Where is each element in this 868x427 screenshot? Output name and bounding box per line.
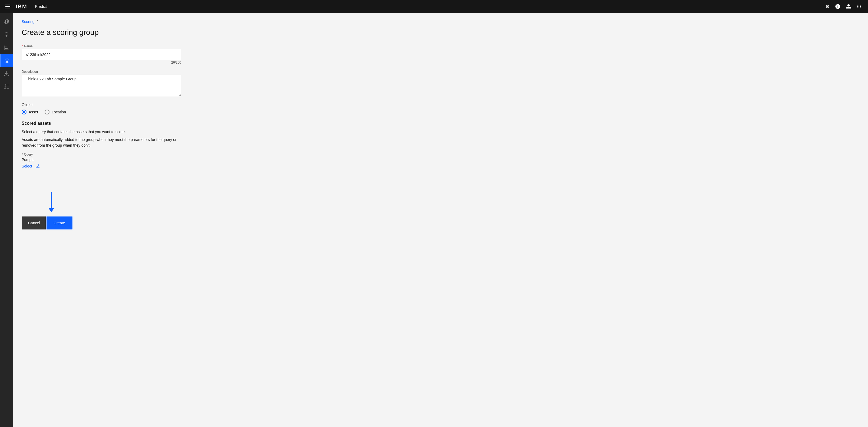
query-label-text: Query (24, 152, 33, 156)
brand: IBM | Predict (16, 3, 47, 10)
query-actions: Select (22, 164, 859, 168)
radio-asset-input[interactable] (22, 110, 27, 114)
description-textarea[interactable]: Think2022 Lab Sample Group (22, 75, 181, 96)
breadcrumb: Scoring / (22, 20, 859, 24)
name-label-text: Name (24, 45, 33, 48)
name-char-count: 26/200 (22, 61, 181, 64)
actions-area: Cancel Create (22, 179, 859, 229)
arrow-shaft (51, 192, 52, 208)
name-form-group: * Name 26/200 (22, 45, 859, 64)
description-label: Description (22, 70, 859, 74)
svg-point-1 (6, 21, 7, 21)
breadcrumb-separator: / (36, 20, 38, 24)
description-form-group: Description Think2022 Lab Sample Group (22, 70, 859, 97)
scored-assets-section: Scored assets Select a query that contai… (22, 121, 859, 168)
radio-location-label: Location (52, 110, 66, 114)
action-buttons: Cancel Create (22, 217, 72, 229)
svg-point-4 (7, 75, 9, 76)
radio-group: Asset Location (22, 110, 859, 114)
name-input[interactable] (22, 49, 181, 60)
scored-assets-desc2: Assets are automatically added to the gr… (22, 137, 181, 148)
sidebar-item-hierarchy[interactable] (0, 67, 13, 80)
query-value: Pumps (22, 158, 859, 162)
object-label: Object (22, 103, 859, 107)
query-label: * Query (22, 152, 859, 156)
breadcrumb-scoring-link[interactable]: Scoring (22, 20, 34, 24)
apps-icon[interactable] (855, 2, 864, 11)
hamburger-menu[interactable] (4, 3, 11, 9)
radio-location-input[interactable] (44, 110, 50, 114)
radio-asset-label: Asset (29, 110, 38, 114)
app-body: Scoring / Create a scoring group * Name … (0, 13, 868, 427)
sidebar (0, 13, 13, 427)
cancel-button[interactable]: Cancel (22, 217, 46, 229)
arrow-container (22, 192, 54, 212)
name-required: * (22, 45, 23, 48)
svg-point-0 (827, 6, 828, 7)
description-label-text: Description (22, 70, 38, 74)
settings-icon[interactable] (823, 2, 831, 11)
down-arrow-wrapper (49, 192, 54, 212)
edit-icon[interactable] (35, 164, 40, 168)
sidebar-item-scoring[interactable] (0, 54, 13, 67)
create-button[interactable]: Create (46, 217, 72, 229)
scored-assets-title: Scored assets (22, 121, 859, 126)
nav-divider: | (31, 4, 32, 9)
svg-point-2 (6, 72, 7, 73)
help-icon[interactable] (833, 2, 842, 11)
scored-assets-desc1: Select a query that contains the assets … (22, 129, 181, 135)
sidebar-item-location[interactable] (0, 28, 13, 41)
name-label: * Name (22, 45, 859, 48)
content-area: Scoring / Create a scoring group * Name … (13, 13, 868, 427)
nav-right-icons (823, 2, 864, 11)
top-nav: IBM | Predict (0, 0, 868, 13)
page-title: Create a scoring group (22, 28, 859, 37)
sidebar-item-rocket[interactable] (0, 15, 13, 28)
ibm-logo: IBM (16, 3, 27, 10)
arrow-head (49, 208, 54, 212)
app-name: Predict (35, 4, 47, 9)
sidebar-item-filters[interactable] (0, 80, 13, 93)
radio-location[interactable]: Location (44, 110, 66, 114)
radio-asset[interactable]: Asset (22, 110, 38, 114)
sidebar-item-analytics[interactable] (0, 41, 13, 54)
object-group: Object Asset Location (22, 103, 859, 114)
select-button[interactable]: Select (22, 164, 32, 168)
svg-point-3 (4, 75, 5, 76)
user-icon[interactable] (844, 2, 853, 11)
query-required: * (22, 152, 23, 156)
